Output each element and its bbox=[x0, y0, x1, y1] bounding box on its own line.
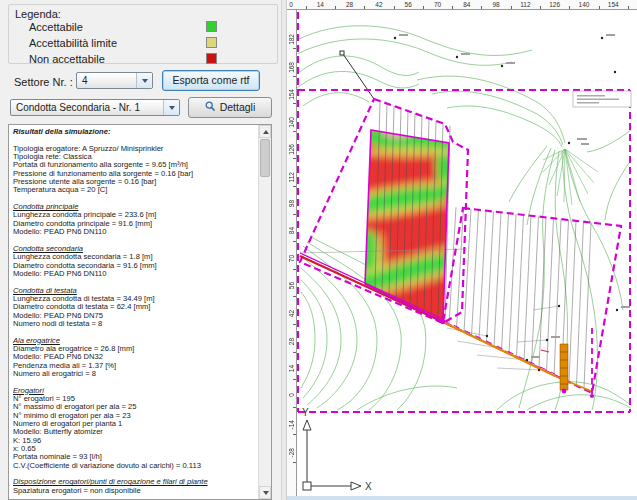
ruler-tick bbox=[394, 6, 395, 9]
ruler-tick bbox=[293, 241, 296, 242]
ruler-tick bbox=[628, 6, 629, 9]
ruler-tick bbox=[293, 296, 296, 297]
scrollbar-down-button[interactable] bbox=[259, 486, 271, 499]
window-bottom-edge bbox=[287, 496, 637, 500]
export-rtf-button[interactable]: Esporta come rtf bbox=[162, 70, 260, 91]
ruler-tick bbox=[452, 6, 453, 9]
ruler-tick bbox=[293, 434, 296, 435]
ruler-label: -14 bbox=[288, 420, 295, 429]
ruler-tick bbox=[423, 6, 424, 9]
legend-box: Legenda: AccettabileAccettabilità limite… bbox=[8, 4, 278, 64]
ruler-label: 84 bbox=[288, 227, 295, 234]
map-ruler-horizontal: 014284256708498112126140154 bbox=[287, 0, 637, 10]
results-panel[interactable]: Risultati della simulazione:Tipologia er… bbox=[8, 124, 272, 500]
pipe-combobox-value: Condotta Secondaria - Nr. 1 bbox=[16, 102, 140, 113]
pipe-combobox[interactable]: Condotta Secondaria - Nr. 1 bbox=[10, 99, 180, 116]
ruler-label: 56 bbox=[288, 282, 295, 289]
results-line: Modello: Butterfly atomizer bbox=[13, 428, 257, 436]
chevron-down-icon bbox=[263, 491, 269, 495]
ruler-tick bbox=[540, 6, 541, 9]
legend-title: Legenda: bbox=[15, 8, 61, 20]
legend-color-swatch bbox=[206, 37, 217, 48]
ruler-label: 140 bbox=[288, 117, 295, 128]
ruler-tick bbox=[293, 48, 296, 49]
ruler-label: 126 bbox=[549, 1, 560, 8]
ruler-tick bbox=[293, 158, 296, 159]
map-ruler-vertical: 182168154140126112988470564228140-14-28 bbox=[287, 10, 297, 500]
map-canvas[interactable]: Y X bbox=[297, 10, 637, 500]
results-scrollbar[interactable] bbox=[258, 125, 271, 499]
ruler-tick bbox=[293, 352, 296, 353]
ruler-label: 28 bbox=[346, 1, 353, 8]
title-block bbox=[573, 91, 631, 107]
x-axis-label: X bbox=[365, 481, 372, 492]
riser-pipe bbox=[560, 344, 568, 390]
legend-color-swatch bbox=[206, 53, 217, 64]
ruler-label: 182 bbox=[288, 34, 295, 45]
simulation-window: Legenda: AccettabileAccettabilità limite… bbox=[0, 0, 637, 500]
scrollbar-thumb[interactable] bbox=[260, 139, 270, 177]
simulation-results-text: Risultati della simulazione:Tipologia er… bbox=[13, 128, 257, 495]
chevron-down-icon bbox=[169, 106, 175, 110]
ruler-label: 0 bbox=[289, 1, 293, 8]
ruler-label: 56 bbox=[405, 1, 412, 8]
ruler-tick bbox=[511, 6, 512, 9]
ruler-tick bbox=[293, 131, 296, 132]
ruler-label: 98 bbox=[492, 1, 499, 8]
ruler-label: 126 bbox=[288, 144, 295, 155]
ruler-label: 154 bbox=[288, 89, 295, 100]
legend-item-label: Accettabilità limite bbox=[29, 37, 117, 49]
sector-combobox-value: 4 bbox=[82, 75, 88, 86]
results-line: Numero nodi di testata = 8 bbox=[13, 320, 257, 328]
irrigation-laterals-right bbox=[449, 207, 591, 387]
results-line bbox=[13, 378, 257, 386]
ruler-tick bbox=[293, 407, 296, 408]
legend-color-swatch bbox=[206, 21, 217, 32]
ruler-label: 42 bbox=[375, 1, 382, 8]
ruler-label: 98 bbox=[288, 200, 295, 207]
ruler-tick bbox=[481, 6, 482, 9]
legend-item-label: Accettabile bbox=[29, 21, 83, 33]
ruler-tick bbox=[293, 76, 296, 77]
sector-label: Settore Nr. : bbox=[14, 76, 73, 88]
ruler-tick bbox=[293, 462, 296, 463]
legend-item-label: Non accettabile bbox=[29, 53, 105, 65]
ruler-tick bbox=[569, 6, 570, 9]
results-side-panel: Legenda: AccettabileAccettabilità limite… bbox=[0, 0, 281, 500]
ruler-tick bbox=[306, 6, 307, 9]
chevron-up-icon bbox=[263, 130, 269, 134]
details-button[interactable]: Dettagli bbox=[188, 97, 272, 118]
combo-arrow-box[interactable] bbox=[136, 73, 152, 88]
ruler-label: 14 bbox=[288, 365, 295, 372]
results-line: Spaziatura erogatori = non disponibile bbox=[13, 487, 257, 495]
ruler-label: 14 bbox=[317, 1, 324, 8]
results-line: C.V.(Coefficiente di variazione dovuto a… bbox=[13, 462, 257, 470]
map-panel: 014284256708498112126140154 182168154140… bbox=[287, 0, 637, 500]
ruler-label: 112 bbox=[288, 172, 295, 182]
ruler-tick bbox=[293, 379, 296, 380]
ruler-label: 70 bbox=[434, 1, 441, 8]
results-title: Risultati della simulazione: bbox=[13, 128, 257, 136]
cad-drawing: Y X bbox=[297, 10, 637, 500]
ruler-label: 140 bbox=[579, 1, 590, 8]
ruler-tick bbox=[293, 269, 296, 270]
ruler-label: -28 bbox=[288, 448, 295, 457]
combo-arrow-box[interactable] bbox=[163, 100, 179, 115]
chevron-down-icon bbox=[142, 79, 148, 83]
contour-lines bbox=[297, 26, 631, 410]
results-line: Modello: PEAD PN6 DN110 bbox=[13, 270, 257, 278]
magnifier-icon bbox=[205, 101, 216, 112]
scrollbar-up-button[interactable] bbox=[259, 125, 271, 138]
ruler-label: 154 bbox=[608, 1, 619, 8]
contour-fan bbox=[543, 149, 598, 205]
ruler-label: 112 bbox=[520, 1, 530, 8]
details-button-label: Dettagli bbox=[220, 101, 256, 113]
ruler-tick bbox=[599, 6, 600, 9]
ruler-label: 42 bbox=[288, 310, 295, 317]
y-axis-label: Y bbox=[302, 407, 309, 418]
ruler-tick bbox=[293, 324, 296, 325]
sector-combobox[interactable]: 4 bbox=[76, 72, 153, 89]
results-line: Numero ali erogatrici = 8 bbox=[13, 370, 257, 378]
ruler-tick bbox=[293, 186, 296, 187]
results-line: Modello: PEAD PN6 DN110 bbox=[13, 228, 257, 236]
